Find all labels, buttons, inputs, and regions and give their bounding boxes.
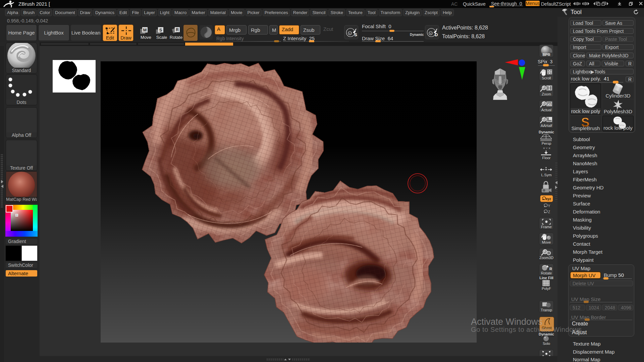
svg-text:S: S xyxy=(354,32,357,37)
svg-text:R: R xyxy=(549,267,552,271)
svg-text:+: + xyxy=(430,32,431,35)
svg-text:Z: Z xyxy=(548,210,550,214)
svg-text:+: + xyxy=(349,32,351,35)
svg-text:S: S xyxy=(159,27,162,33)
svg-text:M: M xyxy=(143,27,147,33)
svg-text:x1: x1 xyxy=(547,103,551,106)
svg-text:D: D xyxy=(435,32,438,37)
svg-text:R: R xyxy=(176,27,179,32)
svg-text:xyz: xyz xyxy=(546,197,551,201)
svg-text:BPR: BPR xyxy=(542,53,550,57)
svg-text:Y: Y xyxy=(548,204,550,208)
